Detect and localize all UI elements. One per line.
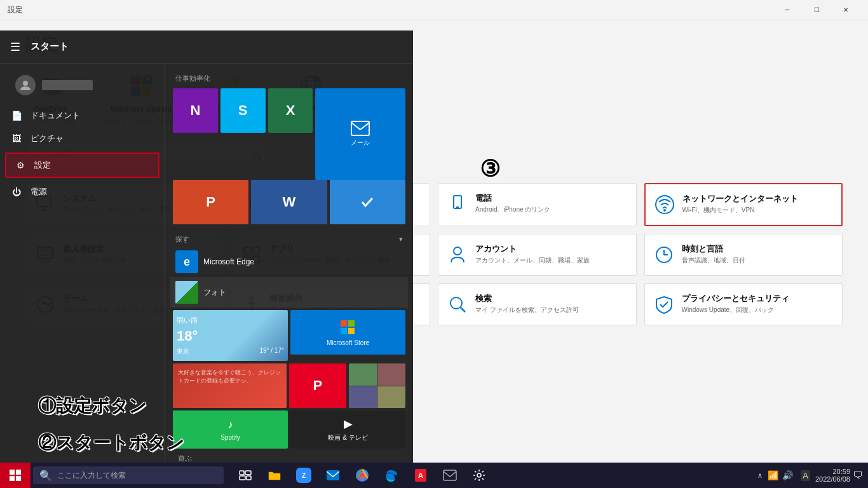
photos-label: フォト [203,287,226,298]
nav-documents[interactable]: 📄 ドキュメント [0,104,165,127]
taskbar-search-text: ここに入力して検索 [57,470,126,481]
taskbar-clock[interactable]: 20:59 2022/06/08 [815,468,850,483]
notification-icon[interactable]: 🗨 [853,470,863,481]
volume-icon[interactable]: 🔊 [782,470,793,480]
tile-mail[interactable]: メール [315,88,405,180]
taskbar-mail[interactable] [319,463,347,488]
taskbar-taskview[interactable] [231,463,259,488]
keyboard-layout[interactable]: A [801,470,810,481]
tile-powerpoint[interactable]: P [173,180,248,224]
weather-info: 弱い雨 [177,316,284,325]
card-accounts-desc: アカウント、メール、同期、職場、家族 [475,256,590,265]
settings-card-accounts[interactable]: アカウント アカウント、メール、同期、職場、家族 [438,234,637,276]
network-tray-icon[interactable]: 📶 [768,470,778,480]
user-section [0,64,165,104]
svg-rect-51 [341,328,347,334]
card-network-desc: Wi-Fi、機内モード、VPN [682,206,798,215]
avatar [15,75,36,95]
taskbar-zoom[interactable]: Z [290,463,318,488]
svg-rect-49 [341,320,347,327]
play-icon: ▶ [344,417,353,431]
tile-news[interactable]: 大好きな音楽を今すぐ聴こう。クレジットカードの登録も必要ナシ。 [173,363,287,408]
tile-movies[interactable]: ▶ 映画 & テレビ [290,410,405,449]
user-item[interactable] [10,71,154,99]
tile-msstore[interactable]: Microsoft Store [290,310,405,355]
keyboard-indicator: A [798,470,813,481]
nav-documents-label: ドキュメント [31,110,80,121]
system-icons: 📶 🔊 [765,470,796,480]
close-button[interactable]: ✕ [831,0,860,20]
tile-word[interactable]: W [251,180,327,224]
nav-power[interactable]: ⏻ 電源 [0,180,165,203]
tray-overflow[interactable]: ∧ [757,471,763,480]
settings-card-privacy[interactable]: プライバシーとセキュリティ Windows Update、回復、バック [644,283,843,325]
settings-card-search[interactable]: 検索 マイ ファイルを検索、アクセス許可 [438,283,637,325]
taskbar-acrobat[interactable]: A [407,463,435,488]
word-icon-letter: W [283,194,296,210]
edge-label: Microsoft Edge [203,257,254,266]
tile-row-5: ♪ Spotify ▶ 映画 & テレビ [170,410,408,451]
card-phone-desc: Android、iPhone のリンク [475,205,550,214]
start-menu-header: ☰ スタート [0,30,413,64]
tile-find-expand[interactable]: ▾ [399,235,403,243]
card-phone-body: 電話 Android、iPhone のリンク [475,193,550,214]
nav-settings[interactable]: ⚙ 設定 [5,152,159,178]
card-network-body: ネットワークとインターネット Wi-Fi、機内モード、VPN [682,193,798,215]
tile-weather[interactable]: 弱い雨 18° 東京 19° / 17° [173,310,288,361]
spotify-icon: ♪ [227,418,233,431]
card-time-name: 時刻と言語 [682,243,745,255]
zoom-icon: Z [296,468,311,483]
movies-label: 映画 & テレビ [328,433,367,442]
card-privacy-body: プライバシーとセキュリティ Windows Update、回復、バック [682,293,789,315]
svg-point-26 [663,209,666,212]
annotation-start-button: ②スタートボタン [38,431,184,455]
documents-icon: 📄 [10,109,23,122]
svg-rect-52 [348,328,355,334]
onenote-icon-letter: N [190,102,200,119]
nav-photos[interactable]: フォト [170,277,408,308]
taskbar-system-tray: ∧ 📶 🔊 A 20:59 2022/06/08 🗨 [757,468,868,483]
tile-spotify[interactable]: ♪ Spotify [173,410,288,449]
svg-rect-57 [327,470,339,480]
photos-collage [349,363,406,408]
tile-section-header: 仕事効率化 [170,69,408,86]
settings-card-network[interactable]: ネットワークとインターネット Wi-Fi、機内モード、VPN [644,183,843,226]
skype-icon-letter: S [238,102,248,119]
nav-pictures[interactable]: 🖼 ピクチャ [0,127,165,150]
tile-onenote[interactable]: N [173,88,218,133]
taskbar-edge[interactable] [377,463,405,488]
card-search-name: 検索 [475,293,579,304]
hamburger-icon[interactable]: ☰ [10,40,20,54]
tile-photos2[interactable] [349,363,406,408]
taskbar-mail2[interactable] [436,463,464,488]
settings-nav-icon: ⚙ [14,159,27,172]
svg-rect-50 [348,320,355,327]
pictures-icon: 🖼 [10,132,23,145]
start-menu-title: スタート [31,41,69,53]
nav-pictures-label: ピクチャ [31,133,64,144]
taskbar-date: 2022/06/08 [815,475,850,483]
start-button[interactable] [0,463,31,488]
nav-edge[interactable]: e Microsoft Edge [170,247,408,277]
tile-tasks[interactable] [330,180,405,224]
taskbar-search[interactable]: 🔍 ここに入力して検索 [33,466,224,484]
restore-button[interactable]: ☐ [802,0,831,20]
tile-pinterest[interactable]: P [289,363,346,408]
svg-rect-55 [240,476,245,480]
taskbar-settings-app[interactable] [465,463,493,488]
tile-row-3: 弱い雨 18° 東京 19° / 17° [170,308,408,363]
username-block [42,80,93,90]
svg-rect-63 [444,470,456,480]
tile-section-title: 仕事効率化 [175,74,210,83]
minimize-button[interactable]: ─ [773,0,802,20]
settings-card-time[interactable]: 時刻と言語 音声認識、地域、日付 [644,234,843,276]
tile-excel[interactable]: X [268,88,313,133]
photos-icon [175,281,198,304]
edge-letter: e [184,255,190,269]
taskbar-explorer[interactable] [261,463,288,488]
tile-skype[interactable]: S [220,88,266,133]
taskbar-chrome[interactable] [348,463,376,488]
settings-card-phone[interactable]: 電話 Android、iPhone のリンク [438,183,637,226]
taskbar-time: 20:59 [815,468,850,475]
svg-rect-53 [240,471,244,475]
